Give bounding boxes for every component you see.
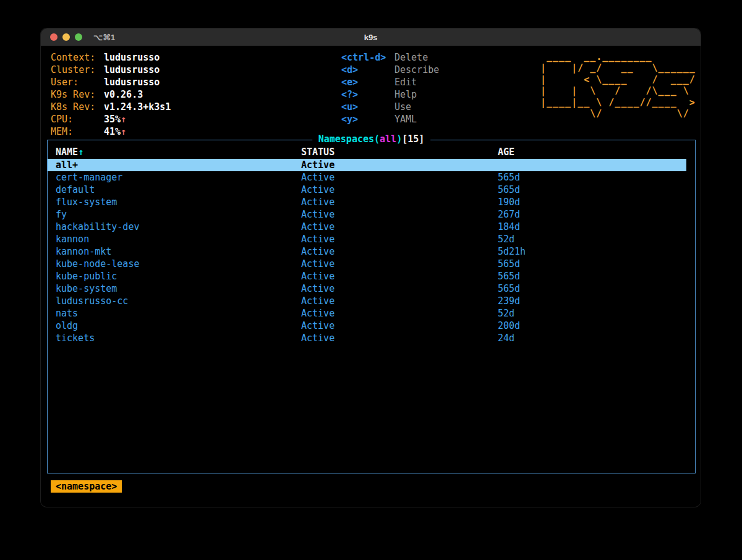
cell-name: oldg xyxy=(56,320,301,332)
info-row: Context: ludusrusso xyxy=(51,51,171,64)
info-value: ludusrusso xyxy=(104,51,160,64)
info-value: v1.24.3+k3s1 xyxy=(104,101,171,113)
info-label: K9s Rev: xyxy=(51,88,104,101)
info-row: MEM: 41% ↑ xyxy=(51,125,171,138)
column-header-status[interactable]: STATUS xyxy=(301,146,498,159)
cell-name: cert-manager xyxy=(56,171,301,184)
hotkey-row[interactable]: <ctrl-d> Delete xyxy=(341,51,439,64)
terminal-window: ⌥⌘1 k9s Context: ludusrusso Cluster: lud… xyxy=(41,28,701,507)
info-row: User: ludusrusso xyxy=(51,76,171,88)
hotkey-key: <d> xyxy=(341,64,394,76)
info-value: v0.26.3 xyxy=(104,88,143,101)
table-row[interactable]: kube-system Active 565d xyxy=(48,282,695,295)
cell-age: 565d xyxy=(498,282,695,295)
table-row[interactable]: ludusrusso-cc Active 239d xyxy=(48,295,695,307)
hotkey-row[interactable]: <?> Help xyxy=(341,88,439,101)
cell-status: Active xyxy=(301,282,498,295)
cell-status: Active xyxy=(301,245,498,258)
cell-status: Active xyxy=(301,208,498,221)
table-row[interactable]: fy Active 267d xyxy=(48,208,695,221)
hotkey-key: <e> xyxy=(341,76,394,88)
hotkeys-panel: <ctrl-d> Delete <d> Describe <e> Edit <?… xyxy=(341,51,439,125)
table-row[interactable]: default Active 565d xyxy=(48,184,695,196)
table-row[interactable]: kube-node-lease Active 565d xyxy=(48,258,695,270)
table-title-resource: Namespaces xyxy=(318,134,374,145)
table-row[interactable]: hackability-dev Active 184d xyxy=(48,221,695,233)
table-title: Namespaces(all)[15] xyxy=(312,134,431,145)
info-row: Cluster: ludusrusso xyxy=(51,64,171,76)
table-row[interactable]: kannon-mkt Active 5d21h xyxy=(48,245,695,258)
zoom-window-button[interactable] xyxy=(75,33,82,41)
namespace-crumb[interactable]: <namespace> xyxy=(51,480,122,493)
hotkey-row[interactable]: <u> Use xyxy=(341,101,439,113)
info-label: Cluster: xyxy=(51,64,104,76)
hotkey-row[interactable]: <y> YAML xyxy=(341,113,439,125)
namespace-rows: all+ Active cert-manager Active 565d def… xyxy=(48,159,695,344)
cell-name: kannon xyxy=(56,233,301,245)
cell-name: kube-system xyxy=(56,282,301,295)
close-window-button[interactable] xyxy=(50,33,58,41)
cell-status: Active xyxy=(301,270,498,282)
hotkey-key: <u> xyxy=(341,101,394,113)
cell-age: 52d xyxy=(498,233,695,245)
cell-name: default xyxy=(56,184,301,196)
info-row: K8s Rev: v1.24.3+k3s1 xyxy=(51,101,171,113)
info-label: Context: xyxy=(51,51,104,64)
column-header-age[interactable]: AGE xyxy=(498,146,695,159)
table-row[interactable]: kannon Active 52d xyxy=(48,233,695,245)
table-row[interactable]: tickets Active 24d xyxy=(48,332,695,344)
hotkey-action: Edit xyxy=(394,76,417,88)
cell-name: all+ xyxy=(56,159,301,171)
hotkey-action: YAML xyxy=(394,113,417,125)
cell-status: Active xyxy=(301,196,498,208)
window-titlebar: ⌥⌘1 k9s xyxy=(41,28,701,46)
info-label: CPU: xyxy=(51,113,104,125)
cell-name: kannon-mkt xyxy=(56,245,301,258)
cell-age: 565d xyxy=(498,184,695,196)
window-title: k9s xyxy=(364,33,378,42)
table-row[interactable]: all+ Active xyxy=(48,159,686,171)
cell-status: Active xyxy=(301,307,498,320)
info-label: MEM: xyxy=(51,125,104,138)
info-value: ludusrusso xyxy=(104,76,160,88)
hotkey-key: <?> xyxy=(341,88,394,101)
cell-age: 267d xyxy=(498,208,695,221)
info-value: ludusrusso xyxy=(104,64,160,76)
table-row[interactable]: kube-public Active 565d xyxy=(48,270,695,282)
trend-up-icon: ↑ xyxy=(121,125,126,138)
table-row[interactable]: nats Active 52d xyxy=(48,307,695,320)
table-row[interactable]: oldg Active 200d xyxy=(48,320,695,332)
sort-arrow-icon: ↑ xyxy=(78,146,83,158)
cell-status: Active xyxy=(301,295,498,307)
cluster-info-panel: Context: ludusrusso Cluster: ludusrusso … xyxy=(51,51,171,138)
info-value: 35% xyxy=(104,113,121,125)
cell-name: tickets xyxy=(56,332,301,344)
info-label: K8s Rev: xyxy=(51,101,104,113)
k9s-ascii-logo: ____ __.________ | |/ _/ __ \______ | < … xyxy=(540,51,696,119)
hotkey-row[interactable]: <d> Describe xyxy=(341,64,439,76)
cell-name: nats xyxy=(56,307,301,320)
info-row: K9s Rev: v0.26.3 xyxy=(51,88,171,101)
cell-status: Active xyxy=(301,233,498,245)
table-title-filter: all xyxy=(380,134,396,145)
info-row: CPU: 35% ↑ xyxy=(51,113,171,125)
cell-age: 239d xyxy=(498,295,695,307)
cell-age: 184d xyxy=(498,221,695,233)
info-value: 41% xyxy=(104,125,121,138)
table-row[interactable]: flux-system Active 190d xyxy=(48,196,695,208)
column-header-name[interactable]: NAME↑ xyxy=(56,146,301,159)
hotkey-row[interactable]: <e> Edit xyxy=(341,76,439,88)
cell-name: ludusrusso-cc xyxy=(56,295,301,307)
table-row[interactable]: cert-manager Active 565d xyxy=(48,171,695,184)
minimize-window-button[interactable] xyxy=(62,33,70,41)
namespaces-table: Namespaces(all)[15] NAME↑ STATUS AGE all… xyxy=(47,140,696,473)
table-title-count: [15] xyxy=(402,134,424,145)
cell-age: 565d xyxy=(498,270,695,282)
hotkey-key: <ctrl-d> xyxy=(341,51,394,64)
cell-age: 200d xyxy=(498,320,695,332)
column-header-name-label: NAME xyxy=(56,146,78,158)
terminal-content: Context: ludusrusso Cluster: ludusrusso … xyxy=(41,46,701,507)
tab-shortcut-label: ⌥⌘1 xyxy=(93,33,115,42)
cell-status: Active xyxy=(301,171,498,184)
cell-status: Active xyxy=(301,159,498,171)
